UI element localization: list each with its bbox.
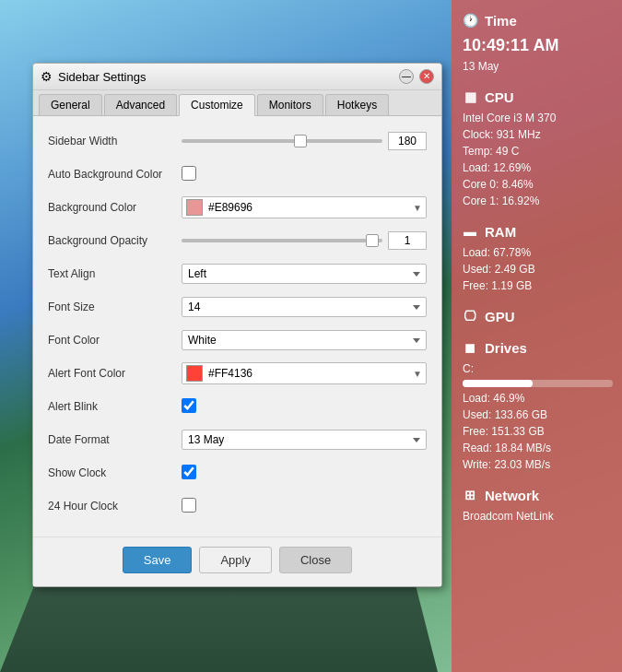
font-color-label: Font Color [48,334,182,347]
sidebar-title-gpu: 🖵 GPU [461,307,613,325]
show-clock-control [182,465,427,482]
sidebar-date-value: 13 May [463,58,613,75]
alert-blink-checkbox[interactable] [182,398,196,413]
sidebar-width-slider[interactable] [182,139,382,143]
drive-free: Free: 151.33 GB [463,423,613,440]
alert-color-swatch [186,365,203,382]
dialog-body: Sidebar Width Auto Background Color Back… [33,116,441,536]
cpu-icon: ▦ [461,88,479,106]
alert-color-control: #FF4136 ▼ [182,362,427,384]
tab-general[interactable]: General [39,94,102,115]
drive-used: Used: 133.66 GB [463,407,613,423]
text-align-label: Text Align [48,267,182,280]
text-align-control: Left Center Right [182,264,427,284]
cpu-temp: Temp: 49 C [463,143,613,159]
24hr-label: 24 Hour Clock [48,500,182,513]
bg-opacity-slider[interactable] [182,239,382,242]
drive-write: Write: 23.03 MB/s [463,456,613,473]
sidebar-width-label: Sidebar Width [48,135,182,147]
drive-bar-bg [463,380,613,387]
time-icon: 🕐 [461,11,479,29]
sidebar-section-cpu: ▦ CPU Intel Core i3 M 370 Clock: 931 MHz… [461,88,613,209]
alert-color-text: #FF4136 [208,367,407,380]
form-row-alert-color: Alert Font Color #FF4136 ▼ [48,361,427,385]
bg-color-swatch [186,199,203,216]
24hr-control [182,498,427,515]
bg-color-label: Background Color [48,201,182,214]
form-row-auto-bg: Auto Background Color [48,162,427,186]
tab-advanced[interactable]: Advanced [104,94,177,115]
close-title-button[interactable]: ✕ [419,69,434,84]
sidebar-width-input[interactable] [388,132,427,150]
show-clock-checkbox[interactable] [182,465,196,479]
settings-dialog: ⚙ Sidebar Settings — ✕ General Advanced … [32,63,442,587]
network-adapter: Broadcom NetLink [463,508,613,525]
bg-opacity-control [182,231,427,250]
ram-used: Used: 2.49 GB [463,261,613,277]
sidebar-section-time: 🕐 Time 10:49:11 AM 13 May [461,11,613,75]
form-row-text-align: Text Align Left Center Right [48,262,427,286]
minimize-button[interactable]: — [399,69,414,84]
form-row-alert-blink: Alert Blink [48,395,427,419]
font-size-dropdown[interactable]: 10 11 12 13 14 16 18 [182,297,427,317]
sidebar-cpu-label: CPU [485,89,514,105]
sidebar-time-label: Time [485,13,517,29]
text-align-dropdown[interactable]: Left Center Right [182,264,427,284]
sidebar-title-ram: ▬ RAM [461,222,613,241]
alert-color-picker[interactable]: #FF4136 ▼ [182,362,427,384]
bg-color-control: #E89696 ▼ [182,196,427,218]
drive-load: Load: 46.9% [463,390,613,407]
drive-read: Read: 18.84 MB/s [463,440,613,456]
dialog-title-bar: ⚙ Sidebar Settings — ✕ [33,64,441,90]
cpu-model: Intel Core i3 M 370 [463,110,613,126]
auto-bg-checkbox[interactable] [182,166,196,181]
gear-icon: ⚙ [41,69,53,84]
alert-blink-control [182,398,427,416]
ram-load: Load: 67.78% [463,244,613,261]
form-row-sidebar-width: Sidebar Width [48,129,427,153]
alert-blink-label: Alert Blink [48,400,182,413]
dialog-footer: Save Apply Close [33,536,441,586]
cpu-load: Load: 12.69% [463,159,613,176]
tab-hotkeys[interactable]: Hotkeys [325,94,389,115]
sidebar-drives-label: Drives [485,340,527,356]
date-format-control: 13 May May 13 2024-05-13 [182,430,427,450]
auto-bg-label: Auto Background Color [48,168,182,181]
network-icon: ⊞ [461,486,479,504]
date-format-label: Date Format [48,433,182,446]
sidebar-ram-label: RAM [485,224,516,240]
save-button[interactable]: Save [123,547,193,573]
sidebar-section-drives: ◼ Drives C: Load: 46.9% Used: 133.66 GB … [461,338,613,473]
24hr-checkbox[interactable] [182,498,196,513]
tab-monitors[interactable]: Monitors [257,94,323,115]
sidebar-section-network: ⊞ Network Broadcom NetLink [461,486,613,525]
apply-button[interactable]: Apply [199,547,272,573]
dialog-title: Sidebar Settings [58,70,393,84]
tab-customize[interactable]: Customize [179,94,255,116]
bg-color-picker[interactable]: #E89696 ▼ [182,196,427,218]
sidebar-section-gpu: 🖵 GPU [461,307,613,325]
font-color-control: White Black Red Blue [182,330,427,350]
form-row-font-color: Font Color White Black Red Blue [48,328,427,352]
sidebar-title-cpu: ▦ CPU [461,88,613,106]
alert-color-arrow: ▼ [413,369,422,379]
bg-opacity-label: Background Opacity [48,234,182,247]
sidebar-gpu-label: GPU [485,309,515,324]
bg-opacity-input[interactable] [388,231,427,250]
cpu-core1: Core 1: 16.92% [463,193,613,209]
form-row-show-clock: Show Clock [48,461,427,485]
tab-bar: General Advanced Customize Monitors Hotk… [33,90,441,116]
close-button[interactable]: Close [279,547,352,573]
ram-free: Free: 1.19 GB [463,277,613,294]
font-color-dropdown[interactable]: White Black Red Blue [182,330,427,350]
font-size-label: Font Size [48,301,182,313]
gpu-icon: 🖵 [461,307,479,325]
form-row-bg-opacity: Background Opacity [48,229,427,253]
sidebar-title-network: ⊞ Network [461,486,613,504]
alert-color-label: Alert Font Color [48,367,182,380]
form-row-font-size: Font Size 10 11 12 13 14 16 18 [48,295,427,319]
sidebar-panel: 🕐 Time 10:49:11 AM 13 May ▦ CPU Intel Co… [452,0,622,672]
date-format-dropdown[interactable]: 13 May May 13 2024-05-13 [182,430,427,450]
ram-icon: ▬ [461,222,479,241]
auto-bg-control [182,166,427,183]
